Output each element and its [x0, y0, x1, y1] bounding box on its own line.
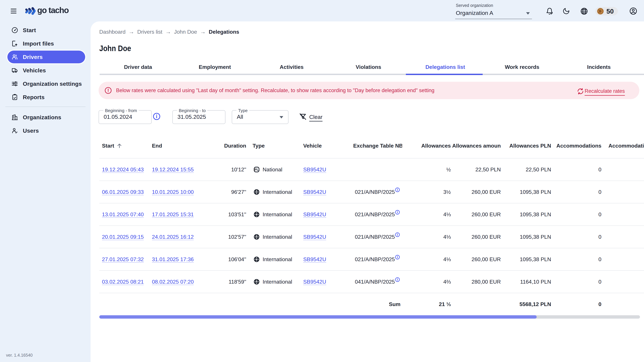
svg-text:PL: PL: [254, 168, 258, 171]
